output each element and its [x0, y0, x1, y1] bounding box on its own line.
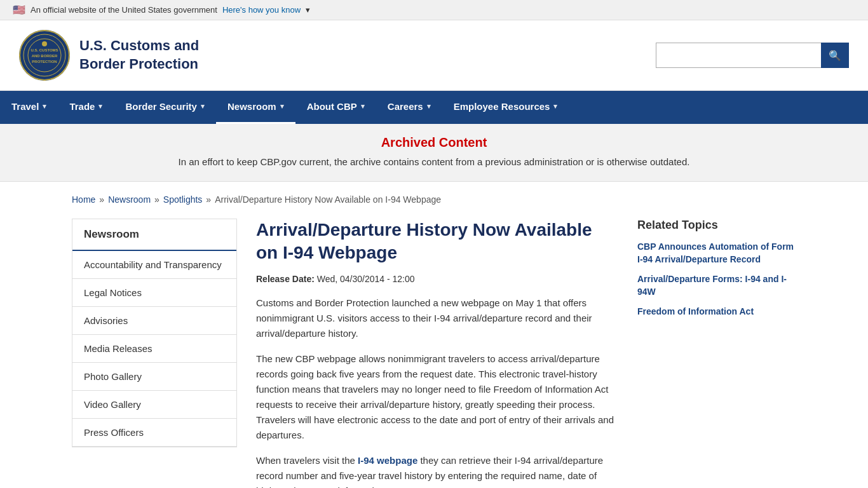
related-topic-link-1[interactable]: CBP Announces Automation of Form I-94 Ar… — [637, 241, 794, 264]
sidebar-link-advisories[interactable]: Advisories — [72, 307, 236, 334]
sidebar-item-photo-gallery: Photo Gallery — [72, 363, 236, 391]
search-icon: 🔍 — [829, 50, 841, 62]
sidebar-menu: Accountability and Transparency Legal No… — [72, 251, 236, 447]
nav-label-employee-resources: Employee Resources — [454, 101, 550, 112]
article-paragraph-2: The new CBP webpage allows nonimmigrant … — [256, 351, 618, 443]
sidebar-link-press-officers[interactable]: Press Officers — [72, 419, 236, 446]
breadcrumb-home[interactable]: Home — [72, 194, 95, 205]
breadcrumb-sep-2: » — [154, 194, 159, 205]
flag-icon: 🇺🇸 — [13, 4, 25, 16]
related-topic-item-1: CBP Announces Automation of Form I-94 Ar… — [637, 241, 796, 266]
gov-banner-text: An official website of the United States… — [31, 5, 217, 15]
svg-text:U.S. CUSTOMS: U.S. CUSTOMS — [31, 48, 58, 52]
nav-label-newsroom: Newsroom — [227, 101, 276, 112]
nav-item-trade[interactable]: Trade ▾ — [58, 91, 114, 124]
nav-item-about-cbp[interactable]: About CBP ▾ — [295, 91, 376, 124]
nav-item-travel[interactable]: Travel ▾ — [0, 91, 58, 124]
newsroom-arrow-icon: ▾ — [280, 102, 284, 111]
sidebar-item-accountability: Accountability and Transparency — [72, 251, 236, 279]
svg-text:PROTECTION: PROTECTION — [32, 60, 57, 64]
search-input[interactable] — [656, 43, 821, 68]
archived-body: In an effort to keep CBP.gov current, th… — [19, 156, 849, 167]
logo-link[interactable]: U.S. CUSTOMS AND BORDER PROTECTION U.S. … — [19, 30, 199, 81]
main-nav: Travel ▾ Trade ▾ Border Security ▾ Newsr… — [0, 91, 868, 124]
careers-arrow-icon: ▾ — [427, 102, 431, 111]
sidebar-item-legal-notices: Legal Notices — [72, 279, 236, 307]
search-area: 🔍 — [656, 43, 849, 68]
sidebar-link-photo-gallery[interactable]: Photo Gallery — [72, 363, 236, 390]
svg-point-6 — [42, 41, 47, 46]
nav-label-travel: Travel — [11, 101, 39, 112]
main-layout: Newsroom Accountability and Transparency… — [72, 219, 796, 488]
breadcrumb-newsroom[interactable]: Newsroom — [108, 194, 151, 205]
related-topics-list: CBP Announces Automation of Form I-94 Ar… — [637, 241, 796, 318]
about-cbp-arrow-icon: ▾ — [361, 102, 365, 111]
article-body: Customs and Border Protection launched a… — [256, 295, 618, 488]
border-security-arrow-icon: ▾ — [201, 102, 205, 111]
article-paragraph-1: Customs and Border Protection launched a… — [256, 295, 618, 341]
search-button[interactable]: 🔍 — [821, 43, 849, 68]
content-wrapper: Home » Newsroom » Spotlights » Arrival/D… — [53, 182, 815, 488]
nav-label-trade: Trade — [69, 101, 95, 112]
sidebar-link-media-releases[interactable]: Media Releases — [72, 335, 236, 362]
breadcrumb-sep-3: » — [206, 194, 211, 205]
logo-text: U.S. Customs and Border Protection — [79, 37, 199, 73]
release-date: Release Date: Wed, 04/30/2014 - 12:00 — [256, 274, 618, 284]
cbp-seal: U.S. CUSTOMS AND BORDER PROTECTION — [19, 30, 70, 81]
release-date-label: Release Date: — [256, 274, 315, 284]
archived-heading: Archived Content — [19, 135, 849, 150]
sidebar: Newsroom Accountability and Transparency… — [72, 219, 237, 447]
sidebar-title: Newsroom — [72, 219, 236, 251]
gov-banner: 🇺🇸 An official website of the United Sta… — [0, 0, 868, 20]
related-topic-item-3: Freedom of Information Act — [637, 306, 796, 318]
breadcrumb: Home » Newsroom » Spotlights » Arrival/D… — [72, 194, 796, 205]
related-topic-link-2[interactable]: Arrival/Departure Forms: I-94 and I-94W — [637, 274, 787, 297]
trade-arrow-icon: ▾ — [98, 102, 102, 111]
related-topic-link-3[interactable]: Freedom of Information Act — [637, 306, 754, 316]
release-date-text: Wed, 04/30/2014 - 12:00 — [317, 274, 415, 284]
related-topics-heading: Related Topics — [637, 219, 796, 232]
related-topic-item-2: Arrival/Departure Forms: I-94 and I-94W — [637, 273, 796, 298]
breadcrumb-current: Arrival/Departure History Now Available … — [215, 194, 441, 205]
employee-resources-arrow-icon: ▾ — [553, 102, 557, 111]
nav-label-careers: Careers — [388, 101, 423, 112]
nav-item-careers[interactable]: Careers ▾ — [376, 91, 442, 124]
article-paragraph-3: When travelers visit the I-94 webpage th… — [256, 453, 618, 488]
breadcrumb-sep-1: » — [99, 194, 104, 205]
nav-item-newsroom[interactable]: Newsroom ▾ — [216, 91, 295, 124]
sidebar-item-advisories: Advisories — [72, 307, 236, 335]
sidebar-item-video-gallery: Video Gallery — [72, 391, 236, 419]
article-area: Arrival/Departure History Now Available … — [256, 219, 618, 488]
svg-text:AND BORDER: AND BORDER — [32, 54, 58, 58]
travel-arrow-icon: ▾ — [43, 102, 46, 111]
sidebar-link-accountability[interactable]: Accountability and Transparency — [72, 251, 236, 278]
i94-webpage-link[interactable]: I-94 webpage — [358, 455, 417, 466]
sidebar-item-press-officers: Press Officers — [72, 419, 236, 447]
breadcrumb-spotlights[interactable]: Spotlights — [163, 194, 202, 205]
site-header: U.S. CUSTOMS AND BORDER PROTECTION U.S. … — [0, 20, 868, 91]
sidebar-link-video-gallery[interactable]: Video Gallery — [72, 391, 236, 418]
sidebar-link-legal-notices[interactable]: Legal Notices — [72, 279, 236, 306]
related-topics: Related Topics CBP Announces Automation … — [637, 219, 796, 326]
nav-label-about-cbp: About CBP — [307, 101, 357, 112]
nav-label-border-security: Border Security — [125, 101, 197, 112]
nav-item-border-security[interactable]: Border Security ▾ — [114, 91, 216, 124]
nav-item-employee-resources[interactable]: Employee Resources ▾ — [442, 91, 569, 124]
sidebar-item-media-releases: Media Releases — [72, 335, 236, 363]
archived-banner: Archived Content In an effort to keep CB… — [0, 124, 868, 182]
article-title: Arrival/Departure History Now Available … — [256, 219, 618, 265]
heres-how-you-know-link[interactable]: Here's how you know — [222, 5, 301, 15]
gov-banner-arrow: ▾ — [306, 5, 310, 15]
